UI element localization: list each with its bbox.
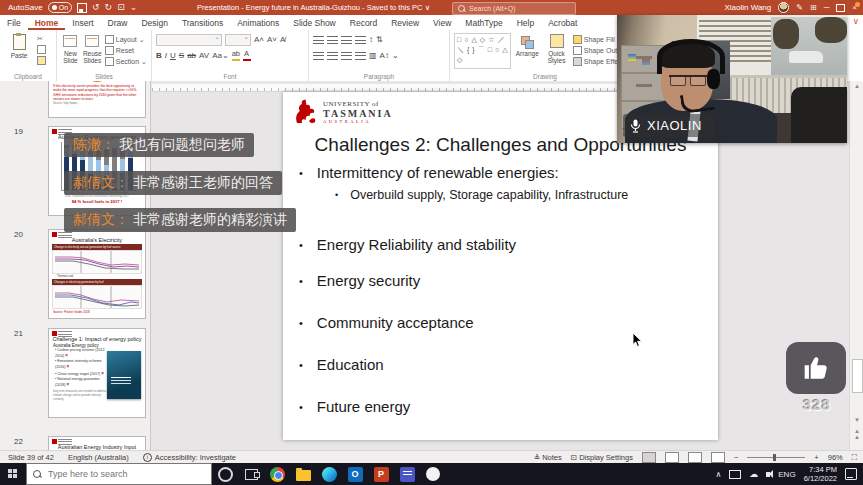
reading-view-button[interactable] xyxy=(688,452,702,463)
bold-button[interactable]: B xyxy=(156,51,162,61)
tab-mathtype[interactable]: MathType xyxy=(458,15,509,30)
tab-slide-show[interactable]: Slide Show xyxy=(286,15,343,30)
save-icon[interactable] xyxy=(77,3,87,13)
increase-indent-button[interactable] xyxy=(355,36,366,44)
sub-bullet-item[interactable]: •Overbuild supply, Storage capability, I… xyxy=(335,188,628,203)
tab-draw[interactable]: Draw xyxy=(101,15,135,30)
restore-button[interactable] xyxy=(836,4,845,12)
previous-slide-button[interactable]: ▲▲ xyxy=(850,428,863,440)
tray-expand-icon[interactable]: ∧ xyxy=(715,470,721,479)
ribbon-options-icon[interactable]: ⊞ xyxy=(810,4,817,12)
collapse-chevron-icon[interactable]: ∨ xyxy=(852,16,859,26)
fit-slide-button[interactable]: ⛶ xyxy=(852,453,857,463)
scroll-up-icon[interactable]: ▲ xyxy=(850,83,863,89)
bullet-item[interactable]: •Community acceptance xyxy=(299,314,474,332)
onedrive-icon[interactable]: ☁ xyxy=(749,469,758,479)
reset-button[interactable]: Reset xyxy=(105,46,147,55)
cut-icon[interactable]: ✂ xyxy=(37,35,46,43)
columns-button[interactable]: ▥ xyxy=(369,51,377,61)
clock[interactable]: 7:34 PM 6/12/2022 xyxy=(804,465,837,484)
customize-qat-icon[interactable]: ⌄ xyxy=(130,3,138,12)
taskbar-search[interactable] xyxy=(26,463,212,485)
font-name-select[interactable] xyxy=(156,34,222,46)
tab-acrobat[interactable]: Acrobat xyxy=(541,15,584,30)
align-center-button[interactable] xyxy=(327,52,338,60)
taskbar-search-input[interactable] xyxy=(46,468,180,480)
avatar[interactable] xyxy=(778,2,789,13)
align-left-button[interactable] xyxy=(313,52,324,60)
justify-button[interactable] xyxy=(355,52,366,60)
autosave-toggle[interactable]: On xyxy=(48,2,72,13)
thumbnail-slide-22[interactable]: Australian Energy Industry Input xyxy=(48,436,146,450)
tab-record[interactable]: Record xyxy=(343,15,384,30)
quick-styles-button[interactable]: Quick Styles xyxy=(543,33,569,70)
new-slide-button[interactable]: New Slide xyxy=(61,33,80,70)
shrink-font-icon[interactable]: A˅ xyxy=(267,35,277,45)
language-status[interactable]: English (Australia) xyxy=(68,453,129,462)
task-view-button[interactable] xyxy=(238,463,264,485)
clear-format-icon[interactable]: A̸ xyxy=(280,35,285,45)
decrease-indent-button[interactable] xyxy=(341,36,352,44)
scrollbar-thumb[interactable] xyxy=(852,359,863,393)
ribbon-search-box[interactable]: Search (Alt+Q) xyxy=(452,2,576,15)
start-button[interactable] xyxy=(0,463,26,485)
bullet-item[interactable]: •Intermittency of renewable energies: xyxy=(299,164,559,182)
numbering-button[interactable] xyxy=(327,36,338,44)
zoom-slider-knob[interactable] xyxy=(773,454,776,461)
tab-transitions[interactable]: Transitions xyxy=(175,15,230,30)
change-case-icon[interactable]: Aa⌄ xyxy=(212,51,229,61)
slide-counter[interactable]: Slide 39 of 42 xyxy=(8,453,54,462)
tab-insert[interactable]: Insert xyxy=(65,15,100,30)
file-explorer-button[interactable] xyxy=(290,463,316,485)
zoom-slider[interactable] xyxy=(747,457,805,458)
slide-sorter-view-button[interactable] xyxy=(665,452,679,463)
font-color-button[interactable]: A xyxy=(243,50,251,61)
thumbnail-slide-18[interactable]: If the electricity sector provides the b… xyxy=(48,81,146,118)
bullet-item[interactable]: •Education xyxy=(299,356,384,374)
reuse-slides-button[interactable]: Reuse Slides xyxy=(83,33,102,70)
copy-icon[interactable] xyxy=(37,45,46,54)
text-shadow-button[interactable]: ab xyxy=(187,51,196,61)
normal-view-button[interactable] xyxy=(642,452,656,463)
line-spacing-button[interactable]: ↕ xyxy=(369,35,373,45)
webcam-video-overlay[interactable]: XIAOLIN xyxy=(617,15,847,143)
tab-review[interactable]: Review xyxy=(384,15,426,30)
undo-icon[interactable]: ↺ xyxy=(92,3,100,12)
shapes-gallery[interactable]: □○△◇☆／＼ {}⌒□○△◇ xyxy=(454,33,511,69)
present-icon[interactable]: ⊡ xyxy=(117,3,125,12)
slide-canvas[interactable]: UNIVERSITY of TASMANIA AUSTRALIA Challen… xyxy=(283,92,718,440)
cortana-button[interactable] xyxy=(212,463,238,485)
tab-home[interactable]: Home xyxy=(28,15,66,30)
slide-area-scrollbar[interactable]: ▲ ▼ ▲▲ ▼ xyxy=(849,81,863,450)
blue-app-taskbar-button[interactable] xyxy=(394,463,420,485)
meeting-app-taskbar-button[interactable] xyxy=(420,463,446,485)
edge-taskbar-button[interactable] xyxy=(316,463,342,485)
display-settings-button[interactable]: ⊡ Display Settings xyxy=(571,453,633,462)
notes-button[interactable]: ≜ Notes xyxy=(534,453,562,462)
paste-button[interactable]: Paste xyxy=(4,33,34,70)
font-size-select[interactable] xyxy=(225,34,251,46)
account-name[interactable]: Xiaolin Wang xyxy=(724,3,771,12)
zoom-out-button[interactable]: − xyxy=(734,453,738,462)
minimize-button[interactable]: ─ xyxy=(824,4,830,12)
tab-design[interactable]: Design xyxy=(134,15,174,30)
action-center-icon[interactable] xyxy=(845,468,857,480)
section-button[interactable]: Section ⌄ xyxy=(105,57,147,66)
pen-icon[interactable]: ✎ xyxy=(796,4,803,12)
chrome-taskbar-button[interactable] xyxy=(264,463,290,485)
tab-view[interactable]: View xyxy=(426,15,458,30)
strikethrough-button[interactable]: S xyxy=(179,51,184,61)
powerpoint-taskbar-button[interactable]: P xyxy=(368,463,394,485)
bullet-item[interactable]: •Future energy xyxy=(299,398,410,416)
outlook-taskbar-button[interactable]: O xyxy=(342,463,368,485)
scroll-down-icon[interactable]: ▼ xyxy=(850,417,863,423)
accessibility-status[interactable]: i Accessibility: Investigate xyxy=(143,453,236,462)
underline-button[interactable]: U xyxy=(170,51,176,61)
arrange-button[interactable]: Arrange xyxy=(514,33,540,70)
thumbnail-slide-20[interactable]: Australia's Electricity Change in electr… xyxy=(48,229,146,319)
grow-font-icon[interactable]: A˄ xyxy=(254,35,264,45)
format-painter-icon[interactable] xyxy=(37,56,46,65)
zoom-level[interactable]: 96% xyxy=(828,453,843,462)
network-icon[interactable] xyxy=(729,470,741,479)
tab-help[interactable]: Help xyxy=(510,15,541,30)
